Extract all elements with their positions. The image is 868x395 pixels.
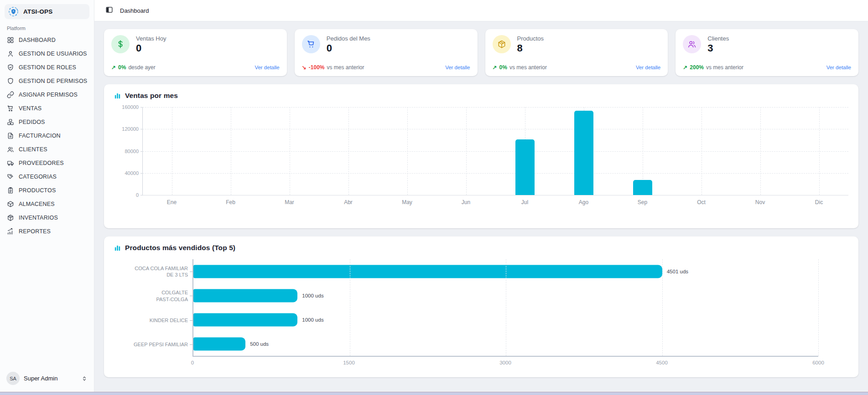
stat-label: Productos [517, 35, 544, 42]
sidebar-item-pedidos[interactable]: PEDIDOS [5, 115, 89, 129]
users-icon [683, 35, 701, 53]
chart-header: Productos más vendidos (Top 5) [114, 244, 848, 252]
x-axis-label: Dic [815, 199, 823, 205]
sidebar-item-label: CATEGORIAS [19, 174, 57, 180]
stat-card-top: Pedidos del Mes0 [302, 35, 470, 53]
sidebar-item-label: DASHBOARD [19, 37, 56, 43]
category-label: GEEP PEPSI FAMILIAR [134, 341, 188, 348]
sidebar: ATSI-OPS Platform DASHBOARDGESTION DE US… [0, 0, 94, 392]
category-label: KINDER DELICE [150, 317, 188, 323]
sidebar-item-gestion-de-usuarios[interactable]: GESTION DE USUARIOS [5, 47, 89, 61]
chart-header: Ventas por mes [114, 92, 848, 100]
sidebar-nav: DASHBOARDGESTION DE USUARIOSGESTION DE R… [5, 33, 89, 238]
stat-card-productos: Productos8↗0%vs mes anteriorVer detalle [485, 29, 668, 76]
x-axis-tick: 4500 [656, 360, 668, 365]
sidebar-item-label: CLIENTES [19, 146, 47, 153]
trend-caption: desde ayer [128, 64, 155, 71]
ver-detalle-link[interactable]: Ver detalle [255, 65, 279, 70]
sidebar-item-ventas[interactable]: VENTAS [5, 102, 89, 115]
package-icon [7, 214, 14, 221]
sidebar-item-dashboard[interactable]: DASHBOARD [5, 33, 89, 47]
shield-network-icon [8, 6, 19, 17]
sidebar-item-productos[interactable]: PRODUCTOS [5, 184, 89, 197]
sidebar-item-reportes[interactable]: REPORTES [5, 225, 89, 238]
sidebar-item-asignar-permisos[interactable]: ASIGNAR PERMISOS [5, 88, 89, 102]
trend-caption: vs mes anterior [706, 64, 743, 71]
package-icon [493, 35, 511, 53]
x-axis-label: Nov [755, 199, 765, 205]
stat-card-text: Pedidos del Mes0 [327, 35, 370, 53]
y-axis-tick: 160000 [122, 104, 139, 110]
x-axis-labels: 01500300045006000 [192, 360, 818, 367]
sidebar-item-label: FACTURACION [19, 133, 61, 139]
stat-card-footer: ↗0%vs mes anteriorVer detalle [493, 64, 661, 71]
sidebar-item-inventarios[interactable]: INVENTARIOS [5, 211, 89, 225]
ver-detalle-link[interactable]: Ver detalle [636, 65, 660, 70]
clipboard-icon [7, 187, 14, 194]
truck-icon [7, 159, 14, 167]
user-menu-button[interactable]: SA Super Admin [5, 369, 89, 387]
stat-card-top: Productos8 [493, 35, 661, 53]
stat-value: 8 [517, 43, 544, 53]
bar-chart-icon [114, 92, 121, 99]
sidebar-item-proveedores[interactable]: PROVEEDORES [5, 156, 89, 170]
topbar: Dashboard [94, 0, 868, 21]
stat-card-top: Clientes3 [683, 35, 851, 53]
link-icon [7, 91, 14, 98]
x-axis-label: Ene [167, 199, 177, 205]
cart-icon [302, 35, 320, 53]
sidebar-item-gestion-de-roles[interactable]: GESTION DE ROLES [5, 61, 89, 74]
stat-card-footer: ↘-100%vs mes anteriorVer detalle [302, 64, 470, 71]
stat-value: 0 [327, 43, 370, 53]
bar-kinder-delice [193, 313, 297, 326]
ver-detalle-link[interactable]: Ver detalle [826, 65, 851, 70]
stats-row: Ventas Hoy0↗0%desde ayerVer detallePedid… [104, 29, 858, 76]
x-axis-label: Ago [579, 199, 588, 205]
sidebar-item-clientes[interactable]: CLIENTES [5, 143, 89, 156]
stat-value: 3 [707, 43, 729, 53]
category-label: COCA COLA FAMILIAR DE 3 LTS [135, 265, 188, 278]
sidebar-item-label: GESTION DE ROLES [19, 64, 76, 71]
plot-column: 4501 uds1000 uds1000 uds500 uds015003000… [192, 259, 818, 367]
bar-value-label: 1000 uds [302, 293, 323, 298]
shield-check-icon [7, 64, 14, 71]
sidebar-toggle-button[interactable] [104, 5, 114, 16]
trend-caption: vs mes anterior [509, 64, 547, 71]
trend-up-icon: ↗ [493, 64, 497, 71]
sidebar-item-label: PRODUCTOS [19, 187, 56, 194]
sidebar-item-label: REPORTES [19, 228, 51, 235]
sidebar-item-label: INVENTARIOS [19, 215, 58, 221]
y-axis-tick: 40000 [125, 170, 139, 176]
bar-value-label: 4501 uds [667, 269, 688, 274]
stat-card-clientes: Clientes3↗200%vs mes anteriorVer detalle [676, 29, 858, 76]
trend-value: 0% [499, 64, 507, 71]
main-area: Dashboard Ventas Hoy0↗0%desde ayerVer de… [94, 0, 868, 392]
chevrons-up-down-icon [81, 375, 88, 382]
x-axis-tick: 3000 [499, 360, 511, 365]
stat-label: Pedidos del Mes [327, 35, 370, 42]
dollar-icon [111, 35, 130, 53]
brand-button[interactable]: ATSI-OPS [5, 4, 89, 19]
trend-caption: vs mes anterior [327, 64, 364, 71]
bar-value-label: 500 uds [250, 341, 269, 347]
stat-card-ventas-hoy: Ventas Hoy0↗0%desde ayerVer detalle [104, 29, 287, 76]
panel-left-icon [105, 6, 113, 15]
stat-card-footer: ↗200%vs mes anteriorVer detalle [683, 64, 851, 71]
ver-detalle-link[interactable]: Ver detalle [445, 65, 470, 70]
bar-jul [515, 139, 535, 195]
x-axis-tick: 0 [191, 360, 194, 365]
sidebar-item-label: ASIGNAR PERMISOS [19, 92, 78, 98]
sidebar-item-gestion-de-permisos[interactable]: GESTION DE PERMISOS [5, 74, 89, 88]
dashboard-content: Ventas Hoy0↗0%desde ayerVer detallePedid… [94, 21, 868, 392]
bar-sep [633, 180, 652, 195]
sidebar-item-label: PROVEEDORES [19, 160, 64, 166]
shield-icon [7, 77, 14, 85]
y-axis-tick: 120000 [122, 126, 139, 132]
sidebar-item-facturacion[interactable]: FACTURACION [5, 129, 89, 143]
chart-title-productos-mas-vendidos: Productos más vendidos (Top 5) [125, 244, 235, 252]
sidebar-item-almacenes[interactable]: ALMACENES [5, 197, 89, 211]
y-axis-tick: 0 [136, 192, 139, 198]
breadcrumb: Dashboard [120, 7, 149, 14]
user-name: Super Admin [24, 375, 57, 382]
sidebar-item-categorias[interactable]: CATEGORIAS [5, 170, 89, 184]
